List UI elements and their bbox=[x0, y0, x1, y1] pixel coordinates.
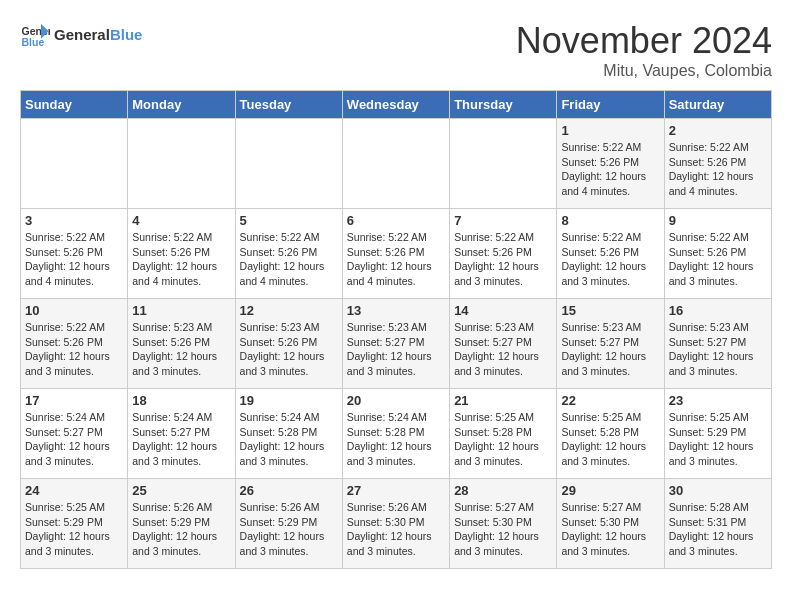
day-header-wednesday: Wednesday bbox=[342, 91, 449, 119]
day-info: Sunrise: 5:22 AM Sunset: 5:26 PM Dayligh… bbox=[669, 230, 767, 289]
day-info: Sunrise: 5:22 AM Sunset: 5:26 PM Dayligh… bbox=[669, 140, 767, 199]
day-number: 17 bbox=[25, 393, 123, 408]
day-number: 6 bbox=[347, 213, 445, 228]
logo-blue: Blue bbox=[110, 26, 143, 43]
day-number: 8 bbox=[561, 213, 659, 228]
day-info: Sunrise: 5:23 AM Sunset: 5:27 PM Dayligh… bbox=[669, 320, 767, 379]
day-info: Sunrise: 5:22 AM Sunset: 5:26 PM Dayligh… bbox=[25, 320, 123, 379]
day-info: Sunrise: 5:25 AM Sunset: 5:28 PM Dayligh… bbox=[454, 410, 552, 469]
day-info: Sunrise: 5:22 AM Sunset: 5:26 PM Dayligh… bbox=[240, 230, 338, 289]
calendar-cell: 28Sunrise: 5:27 AM Sunset: 5:30 PM Dayli… bbox=[450, 479, 557, 569]
calendar-cell: 5Sunrise: 5:22 AM Sunset: 5:26 PM Daylig… bbox=[235, 209, 342, 299]
day-info: Sunrise: 5:22 AM Sunset: 5:26 PM Dayligh… bbox=[25, 230, 123, 289]
day-info: Sunrise: 5:24 AM Sunset: 5:28 PM Dayligh… bbox=[347, 410, 445, 469]
calendar-cell: 19Sunrise: 5:24 AM Sunset: 5:28 PM Dayli… bbox=[235, 389, 342, 479]
calendar-cell: 22Sunrise: 5:25 AM Sunset: 5:28 PM Dayli… bbox=[557, 389, 664, 479]
calendar-cell: 20Sunrise: 5:24 AM Sunset: 5:28 PM Dayli… bbox=[342, 389, 449, 479]
day-number: 9 bbox=[669, 213, 767, 228]
day-info: Sunrise: 5:23 AM Sunset: 5:26 PM Dayligh… bbox=[132, 320, 230, 379]
day-info: Sunrise: 5:24 AM Sunset: 5:28 PM Dayligh… bbox=[240, 410, 338, 469]
day-number: 15 bbox=[561, 303, 659, 318]
day-header-saturday: Saturday bbox=[664, 91, 771, 119]
day-number: 13 bbox=[347, 303, 445, 318]
day-number: 20 bbox=[347, 393, 445, 408]
logo-general: General bbox=[54, 26, 110, 43]
calendar-cell: 24Sunrise: 5:25 AM Sunset: 5:29 PM Dayli… bbox=[21, 479, 128, 569]
day-info: Sunrise: 5:27 AM Sunset: 5:30 PM Dayligh… bbox=[454, 500, 552, 559]
day-info: Sunrise: 5:22 AM Sunset: 5:26 PM Dayligh… bbox=[561, 230, 659, 289]
calendar-cell bbox=[128, 119, 235, 209]
calendar-cell: 23Sunrise: 5:25 AM Sunset: 5:29 PM Dayli… bbox=[664, 389, 771, 479]
calendar-cell: 18Sunrise: 5:24 AM Sunset: 5:27 PM Dayli… bbox=[128, 389, 235, 479]
calendar-cell: 2Sunrise: 5:22 AM Sunset: 5:26 PM Daylig… bbox=[664, 119, 771, 209]
day-header-monday: Monday bbox=[128, 91, 235, 119]
calendar-table: SundayMondayTuesdayWednesdayThursdayFrid… bbox=[20, 90, 772, 569]
day-info: Sunrise: 5:23 AM Sunset: 5:27 PM Dayligh… bbox=[347, 320, 445, 379]
day-number: 1 bbox=[561, 123, 659, 138]
calendar-cell: 27Sunrise: 5:26 AM Sunset: 5:30 PM Dayli… bbox=[342, 479, 449, 569]
day-number: 27 bbox=[347, 483, 445, 498]
calendar-cell: 7Sunrise: 5:22 AM Sunset: 5:26 PM Daylig… bbox=[450, 209, 557, 299]
day-info: Sunrise: 5:23 AM Sunset: 5:27 PM Dayligh… bbox=[561, 320, 659, 379]
day-info: Sunrise: 5:25 AM Sunset: 5:29 PM Dayligh… bbox=[25, 500, 123, 559]
day-number: 12 bbox=[240, 303, 338, 318]
calendar-cell: 10Sunrise: 5:22 AM Sunset: 5:26 PM Dayli… bbox=[21, 299, 128, 389]
day-info: Sunrise: 5:24 AM Sunset: 5:27 PM Dayligh… bbox=[132, 410, 230, 469]
calendar-cell: 30Sunrise: 5:28 AM Sunset: 5:31 PM Dayli… bbox=[664, 479, 771, 569]
calendar-cell bbox=[235, 119, 342, 209]
calendar-cell: 15Sunrise: 5:23 AM Sunset: 5:27 PM Dayli… bbox=[557, 299, 664, 389]
day-info: Sunrise: 5:25 AM Sunset: 5:29 PM Dayligh… bbox=[669, 410, 767, 469]
calendar-cell: 9Sunrise: 5:22 AM Sunset: 5:26 PM Daylig… bbox=[664, 209, 771, 299]
day-number: 18 bbox=[132, 393, 230, 408]
calendar-cell bbox=[342, 119, 449, 209]
day-info: Sunrise: 5:28 AM Sunset: 5:31 PM Dayligh… bbox=[669, 500, 767, 559]
day-info: Sunrise: 5:27 AM Sunset: 5:30 PM Dayligh… bbox=[561, 500, 659, 559]
calendar-cell: 21Sunrise: 5:25 AM Sunset: 5:28 PM Dayli… bbox=[450, 389, 557, 479]
calendar-cell: 12Sunrise: 5:23 AM Sunset: 5:26 PM Dayli… bbox=[235, 299, 342, 389]
day-info: Sunrise: 5:22 AM Sunset: 5:26 PM Dayligh… bbox=[561, 140, 659, 199]
day-number: 16 bbox=[669, 303, 767, 318]
calendar-cell bbox=[21, 119, 128, 209]
calendar-cell: 11Sunrise: 5:23 AM Sunset: 5:26 PM Dayli… bbox=[128, 299, 235, 389]
calendar-cell: 14Sunrise: 5:23 AM Sunset: 5:27 PM Dayli… bbox=[450, 299, 557, 389]
day-number: 19 bbox=[240, 393, 338, 408]
day-number: 2 bbox=[669, 123, 767, 138]
day-number: 21 bbox=[454, 393, 552, 408]
calendar-cell: 6Sunrise: 5:22 AM Sunset: 5:26 PM Daylig… bbox=[342, 209, 449, 299]
day-number: 23 bbox=[669, 393, 767, 408]
day-number: 7 bbox=[454, 213, 552, 228]
logo-icon: General Blue bbox=[20, 20, 50, 50]
day-info: Sunrise: 5:26 AM Sunset: 5:29 PM Dayligh… bbox=[132, 500, 230, 559]
calendar-cell: 26Sunrise: 5:26 AM Sunset: 5:29 PM Dayli… bbox=[235, 479, 342, 569]
day-info: Sunrise: 5:23 AM Sunset: 5:26 PM Dayligh… bbox=[240, 320, 338, 379]
calendar-cell: 13Sunrise: 5:23 AM Sunset: 5:27 PM Dayli… bbox=[342, 299, 449, 389]
day-info: Sunrise: 5:24 AM Sunset: 5:27 PM Dayligh… bbox=[25, 410, 123, 469]
calendar-cell: 4Sunrise: 5:22 AM Sunset: 5:26 PM Daylig… bbox=[128, 209, 235, 299]
day-number: 30 bbox=[669, 483, 767, 498]
calendar-cell: 16Sunrise: 5:23 AM Sunset: 5:27 PM Dayli… bbox=[664, 299, 771, 389]
day-number: 29 bbox=[561, 483, 659, 498]
day-number: 4 bbox=[132, 213, 230, 228]
calendar-cell: 17Sunrise: 5:24 AM Sunset: 5:27 PM Dayli… bbox=[21, 389, 128, 479]
title-area: November 2024 Mitu, Vaupes, Colombia bbox=[516, 20, 772, 80]
day-info: Sunrise: 5:22 AM Sunset: 5:26 PM Dayligh… bbox=[132, 230, 230, 289]
day-number: 25 bbox=[132, 483, 230, 498]
svg-text:Blue: Blue bbox=[22, 36, 45, 48]
month-title: November 2024 bbox=[516, 20, 772, 62]
calendar-cell: 25Sunrise: 5:26 AM Sunset: 5:29 PM Dayli… bbox=[128, 479, 235, 569]
calendar-cell: 29Sunrise: 5:27 AM Sunset: 5:30 PM Dayli… bbox=[557, 479, 664, 569]
day-number: 5 bbox=[240, 213, 338, 228]
day-number: 10 bbox=[25, 303, 123, 318]
calendar-cell bbox=[450, 119, 557, 209]
day-info: Sunrise: 5:25 AM Sunset: 5:28 PM Dayligh… bbox=[561, 410, 659, 469]
day-number: 11 bbox=[132, 303, 230, 318]
day-header-sunday: Sunday bbox=[21, 91, 128, 119]
day-info: Sunrise: 5:26 AM Sunset: 5:30 PM Dayligh… bbox=[347, 500, 445, 559]
day-info: Sunrise: 5:23 AM Sunset: 5:27 PM Dayligh… bbox=[454, 320, 552, 379]
day-info: Sunrise: 5:26 AM Sunset: 5:29 PM Dayligh… bbox=[240, 500, 338, 559]
day-number: 22 bbox=[561, 393, 659, 408]
day-number: 14 bbox=[454, 303, 552, 318]
day-header-tuesday: Tuesday bbox=[235, 91, 342, 119]
calendar-cell: 1Sunrise: 5:22 AM Sunset: 5:26 PM Daylig… bbox=[557, 119, 664, 209]
day-number: 26 bbox=[240, 483, 338, 498]
